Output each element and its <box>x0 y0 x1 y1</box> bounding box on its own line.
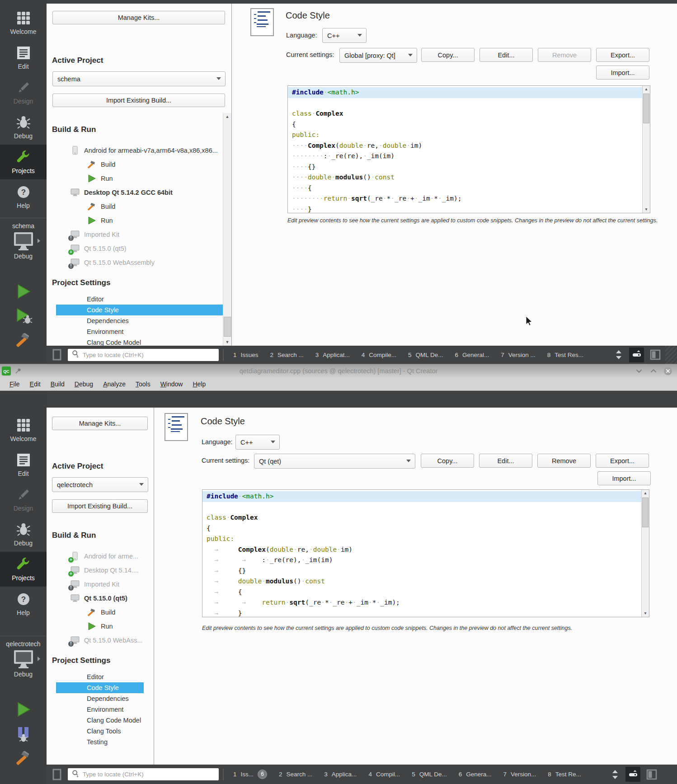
import-existing-build-button[interactable]: Import Existing Build... <box>52 94 225 107</box>
settings-item-dependencies[interactable]: Dependencies <box>56 693 144 704</box>
pin-icon[interactable] <box>14 367 22 375</box>
mode-item-help[interactable]: ?Help <box>0 587 47 621</box>
menu-window[interactable]: Window <box>155 380 188 388</box>
kit-row-qt-5-15-0-webassembly[interactable]: !Qt 5.15.0 WebAssembly <box>47 255 231 269</box>
mode-item-debug[interactable]: Debug <box>0 110 47 145</box>
settings-item-environment[interactable]: Environment <box>56 326 223 337</box>
right-panel-toggle-icon[interactable] <box>650 349 661 360</box>
settings-item-dependencies[interactable]: Dependencies <box>56 315 223 326</box>
scroll-up-arrow-icon[interactable]: ▲ <box>642 490 649 497</box>
scroll-up-arrow-icon[interactable]: ▲ <box>223 113 231 120</box>
sidebar-toggle-icon[interactable] <box>52 348 62 361</box>
scroll-down-arrow-icon[interactable]: ▼ <box>642 610 649 617</box>
locator-input[interactable]: Type to locate (Ctrl+K) <box>68 768 219 780</box>
left-panel-scrollbar[interactable]: ▲ ▼ <box>223 113 231 346</box>
scrollbar-thumb[interactable] <box>642 498 649 527</box>
output-tab-applica[interactable]: 3Applica... <box>318 771 362 778</box>
output-tab-test-re[interactable]: 8Test Re... <box>542 771 587 778</box>
menu-build[interactable]: Build <box>46 380 70 388</box>
kit-action-run[interactable]: Run <box>47 213 231 227</box>
preview-scrollbar[interactable]: ▲ ▼ <box>641 490 649 617</box>
scroll-down-arrow-icon[interactable]: ▼ <box>223 338 231 346</box>
mode-item-debug[interactable]: Debug <box>0 517 47 552</box>
settings-item-editor[interactable]: Editor <box>56 671 144 682</box>
mode-item-projects[interactable]: Projects <box>0 552 47 587</box>
kit-selector-button[interactable]: Debug <box>6 232 41 260</box>
sidebar-toggle-icon[interactable] <box>52 768 62 781</box>
menu-analyze[interactable]: Analyze <box>98 380 131 388</box>
build-button[interactable] <box>14 749 33 767</box>
settings-item-code-style[interactable]: Code Style <box>56 682 144 693</box>
run-button[interactable] <box>14 700 33 718</box>
output-tab-genera[interactable]: 6Genera... <box>453 771 498 778</box>
settings-item-clang-tools[interactable]: Clang Tools <box>56 726 144 737</box>
mode-item-welcome[interactable]: Welcome <box>0 413 47 447</box>
scroll-down-arrow-icon[interactable]: ▼ <box>643 206 650 213</box>
run-button[interactable] <box>14 282 33 300</box>
settings-item-testing[interactable]: Testing <box>56 737 144 747</box>
scrollbar-thumb[interactable] <box>224 317 231 337</box>
import-button[interactable]: Import... <box>596 66 649 80</box>
mode-item-edit[interactable]: Edit <box>0 40 47 75</box>
kit-row-desktop-qt-5-14[interactable]: +Desktop Qt 5.14.... <box>47 563 154 577</box>
import-existing-build-button[interactable]: Import Existing Build... <box>52 499 148 513</box>
menu-debug[interactable]: Debug <box>70 380 98 388</box>
manage-kits-button[interactable]: Manage Kits... <box>52 11 225 24</box>
start-debugging-button[interactable] <box>14 725 33 743</box>
copy-button[interactable]: Copy... <box>421 48 475 62</box>
output-tab-version[interactable]: 7Version ... <box>495 352 541 358</box>
language-combo[interactable]: C++ <box>235 435 280 450</box>
code-style-preview[interactable]: #include·<math.h>class·Complex{public:··… <box>287 85 650 213</box>
edit-button[interactable]: Edit... <box>480 48 533 62</box>
output-tab-iss[interactable]: 1Iss...6 <box>227 770 273 779</box>
start-debugging-button[interactable] <box>14 307 33 325</box>
shade-down-icon[interactable] <box>635 366 644 376</box>
kit-row-qt-5-15-0-webass[interactable]: !Qt 5.15.0 WebAss... <box>47 633 154 647</box>
active-project-combo[interactable]: schema <box>52 71 226 86</box>
output-tab-version[interactable]: 7Version... <box>497 771 542 778</box>
menu-file[interactable]: File <box>5 380 25 388</box>
output-tab-qml-de[interactable]: 5QML De... <box>406 771 453 778</box>
kit-row-imported-kit[interactable]: !Imported Kit <box>47 227 231 241</box>
copy-button[interactable]: Copy... <box>421 454 474 468</box>
right-panel-toggle-icon[interactable] <box>646 769 657 780</box>
output-tab-compil[interactable]: 4Compil... <box>362 771 406 778</box>
scroll-up-arrow-icon[interactable]: ▲ <box>643 86 650 93</box>
output-tab-issues[interactable]: 1Issues <box>227 352 264 358</box>
export-button[interactable]: Export... <box>596 454 649 468</box>
menu-edit[interactable]: Edit <box>25 380 46 388</box>
output-tab-qml-de[interactable]: 5QML De... <box>402 352 449 358</box>
kit-selector-button[interactable]: Debug <box>6 650 41 678</box>
edit-button[interactable]: Edit... <box>479 454 532 468</box>
settings-item-editor[interactable]: Editor <box>56 294 223 305</box>
output-tab-general[interactable]: 6General... <box>449 352 495 358</box>
manage-kits-button[interactable]: Manage Kits... <box>52 417 148 430</box>
kit-row-imported-kit[interactable]: !Imported Kit <box>47 577 154 591</box>
kit-action-build[interactable]: Build <box>47 605 154 619</box>
close-icon[interactable] <box>663 366 672 376</box>
mode-item-projects[interactable]: Projects <box>0 145 47 179</box>
kit-row-android-for-armeabi-v7a-arm64-v8a-x86-x86[interactable]: Android for armeabi-v7a,arm64-v8a,x86,x8… <box>47 143 231 157</box>
output-pane-button[interactable] <box>629 347 644 362</box>
settings-item-code-style[interactable]: Code Style <box>56 305 223 315</box>
output-tab-search[interactable]: 2Search ... <box>264 352 310 358</box>
kit-action-run[interactable]: Run <box>47 619 154 633</box>
kit-row-qt-5-15-0-qt5[interactable]: Qt 5.15.0 (qt5) <box>47 591 154 605</box>
output-tab-compile[interactable]: 4Compile... <box>356 352 402 358</box>
menu-help[interactable]: Help <box>188 380 211 388</box>
language-combo[interactable]: C++ <box>322 28 367 43</box>
settings-item-clang-code-model[interactable]: Clang Code Model <box>56 337 223 346</box>
code-style-preview[interactable]: #include·<math.h>class·Complex{public: →… <box>202 489 649 617</box>
kit-action-build[interactable]: Build <box>47 157 231 171</box>
import-button[interactable]: Import... <box>597 471 651 485</box>
kit-action-build[interactable]: Build <box>47 199 231 213</box>
kit-action-run[interactable]: Run <box>47 171 231 185</box>
shade-up-icon[interactable] <box>649 366 658 376</box>
resize-grip[interactable] <box>665 346 677 364</box>
mode-item-help[interactable]: ?Help <box>0 179 47 214</box>
output-tab-search[interactable]: 2Search ... <box>273 771 318 778</box>
output-tab-test-res[interactable]: 8Test Res... <box>541 352 589 358</box>
current-settings-combo[interactable]: Qt (qet) <box>254 454 415 469</box>
export-button[interactable]: Export... <box>596 48 649 62</box>
remove-button[interactable]: Remove <box>537 454 591 468</box>
